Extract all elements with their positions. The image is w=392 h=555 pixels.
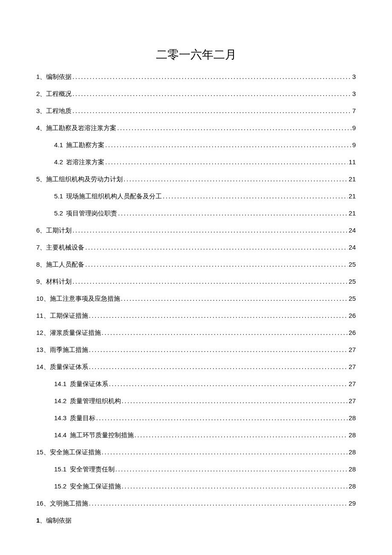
toc-leader-dots (118, 210, 348, 217)
toc-text: 质量保证体系 (66, 381, 108, 387)
toc-number: 11、 (36, 312, 50, 319)
toc-page-number: 21 (349, 175, 356, 183)
toc-entry[interactable]: 14.1 质量保证体系 27 (36, 380, 356, 388)
toc-page-number: 27 (349, 346, 356, 353)
toc-number: 12、 (36, 329, 50, 336)
toc-number: 15.2 (54, 482, 66, 490)
toc-entry[interactable]: 9、材料计划25 (36, 278, 356, 286)
toc-entry[interactable]: 10、施工注意事项及应急措施25 (36, 295, 356, 303)
toc-number: 15、 (36, 448, 50, 456)
toc-entry[interactable]: 14.2 质量管理组织机构 27 (36, 397, 356, 405)
toc-text: 岩溶注浆方案 (63, 159, 105, 166)
toc-number: 1、 (36, 73, 46, 80)
toc-number: 8、 (36, 261, 46, 268)
toc-page-number: 24 (349, 244, 356, 251)
toc-text: 安全施工保证措施 (66, 483, 121, 490)
toc-page-number: 24 (349, 227, 356, 234)
toc-label: 2、工程概况 (36, 90, 72, 98)
toc-page-number: 27 (349, 363, 356, 370)
toc-text: 施工注意事项及应急措施 (50, 295, 120, 302)
toc-entry[interactable]: 5、施工组织机构及劳动力计划21 (36, 175, 356, 183)
toc-entry[interactable]: 4.1 施工勘察方案 9 (36, 141, 356, 149)
toc-entry[interactable]: 2、工程概况3 (36, 90, 356, 98)
toc-label: 16、文明施工措施 (36, 500, 88, 508)
toc-text: 雨季施工措施 (50, 346, 88, 353)
toc-text: 主要机械设备 (46, 244, 84, 251)
toc-leader-dots (96, 415, 348, 422)
toc-entry[interactable]: 11、工期保证措施26 (36, 312, 356, 320)
toc-leader-dots (72, 227, 348, 234)
toc-label: 11、工期保证措施 (36, 312, 88, 320)
toc-text: 项目管理岗位职责 (63, 210, 118, 217)
toc-entry[interactable]: 15、安全施工保证措施28 (36, 448, 356, 456)
toc-text: 工程地质 (46, 108, 72, 114)
toc-text: 安全施工保证措施 (50, 449, 101, 456)
toc-label: 5.2 项目管理岗位职责 (54, 209, 117, 218)
toc-entry[interactable]: 15.1 安全管理责任制 28 (36, 465, 356, 474)
toc-text: 施工勘察方案 (63, 142, 105, 148)
toc-entry[interactable]: 16、文明施工措施29 (36, 500, 356, 508)
toc-leader-dots (89, 312, 348, 320)
toc-entry[interactable]: 15.2 安全施工保证措施 28 (36, 482, 356, 491)
toc-entry[interactable]: 4.2 岩溶注浆方案 11 (36, 158, 356, 166)
toc-label: 15.2 安全施工保证措施 (54, 482, 121, 491)
toc-label: 4、施工勘察及岩溶注浆方案 (36, 124, 116, 132)
toc-number: 6、 (36, 227, 46, 234)
toc-label: 4.2 岩溶注浆方案 (54, 158, 104, 166)
table-of-contents: 1、编制依据32、工程概况33、工程地质74、施工勘察及岩溶注浆方案94.1 施… (36, 73, 356, 508)
toc-leader-dots (102, 449, 348, 456)
toc-leader-dots (115, 466, 348, 473)
toc-entry[interactable]: 7、主要机械设备24 (36, 244, 356, 252)
toc-leader-dots (85, 244, 348, 251)
toc-leader-dots (105, 159, 348, 166)
toc-leader-dots (135, 432, 348, 439)
toc-text: 灌浆质量保证措施 (50, 329, 101, 336)
toc-number: 2、 (36, 90, 46, 97)
toc-number: 14.4 (54, 431, 66, 439)
toc-page-number: 28 (349, 431, 356, 439)
toc-leader-dots (109, 381, 348, 388)
toc-number: 14、 (36, 363, 50, 370)
toc-page-number: 7 (352, 107, 356, 114)
toc-leader-dots (124, 176, 348, 183)
toc-text: 质量保证体系 (50, 363, 88, 370)
toc-entry[interactable]: 14.4 施工环节质量控制措施 28 (36, 431, 356, 439)
toc-entry[interactable]: 4、施工勘察及岩溶注浆方案9 (36, 124, 356, 132)
toc-label: 14.1 质量保证体系 (54, 380, 108, 388)
toc-label: 5、施工组织机构及劳动力计划 (36, 175, 123, 183)
toc-leader-dots (105, 142, 351, 149)
toc-leader-dots (72, 90, 351, 98)
toc-entry[interactable]: 5.1 现场施工组织机构人员配备及分工 21 (36, 192, 356, 200)
toc-label: 13、雨季施工措施 (36, 346, 88, 354)
toc-entry[interactable]: 14、质量保证体系27 (36, 363, 356, 371)
toc-number: 15.1 (54, 465, 66, 473)
toc-entry[interactable]: 1、编制依据3 (36, 73, 356, 81)
toc-page-number: 28 (349, 482, 356, 490)
toc-entry[interactable]: 3、工程地质7 (36, 107, 356, 115)
toc-page-number: 21 (349, 192, 356, 200)
toc-text: 材料计划 (46, 278, 72, 285)
toc-leader-dots (122, 398, 348, 405)
toc-label: 8、施工人员配备 (36, 261, 84, 269)
toc-leader-dots (89, 363, 348, 371)
toc-entry[interactable]: 12、灌浆质量保证措施26 (36, 329, 356, 337)
toc-leader-dots (122, 483, 348, 490)
toc-label: 14.4 施工环节质量控制措施 (54, 431, 134, 439)
toc-page-number: 25 (349, 261, 356, 268)
toc-label: 10、施工注意事项及应急措施 (36, 295, 120, 303)
toc-page-number: 3 (352, 90, 356, 97)
toc-entry[interactable]: 13、雨季施工措施27 (36, 346, 356, 354)
toc-leader-dots (163, 193, 348, 200)
toc-entry[interactable]: 14.3 质量目标 28 (36, 414, 356, 422)
section-heading: 1、编制依据 (36, 517, 356, 525)
toc-number: 14.1 (54, 380, 66, 387)
toc-entry[interactable]: 5.2 项目管理岗位职责 21 (36, 209, 356, 218)
toc-label: 15.1 安全管理责任制 (54, 465, 115, 474)
toc-page-number: 26 (349, 329, 356, 336)
toc-entry[interactable]: 8、施工人员配备25 (36, 261, 356, 269)
toc-number: 9、 (36, 278, 46, 285)
toc-entry[interactable]: 6、工期计划24 (36, 227, 356, 235)
toc-label: 3、工程地质 (36, 107, 72, 115)
toc-label: 7、主要机械设备 (36, 244, 84, 252)
toc-text: 编制依据 (46, 73, 72, 80)
